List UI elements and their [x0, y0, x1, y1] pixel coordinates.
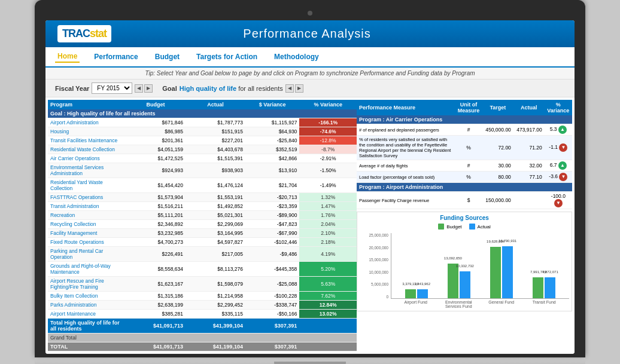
x-label: Airport Fund: [397, 300, 435, 308]
perf-measure: Passenger Facility Charge revenue: [357, 192, 455, 209]
status-up-icon: ▲: [558, 161, 567, 170]
status-down-icon: ▼: [554, 199, 563, 207]
variance-pct: 5.20%: [299, 262, 357, 277]
variance-pct: 1.32%: [299, 193, 357, 202]
nav-budget[interactable]: Budget: [153, 51, 182, 62]
program-name[interactable]: Airport Administration: [48, 118, 126, 127]
logo-stat-text: stat: [90, 27, 107, 39]
program-name[interactable]: Airport Rescue and Fire Fighting/Fire Tr…: [48, 277, 126, 292]
variance-pct: 13.02%: [299, 310, 357, 319]
fiscal-year-next[interactable]: ▶: [144, 84, 153, 93]
fiscal-year-select[interactable]: FY 2015: [92, 82, 132, 94]
variance-pct: 4.19%: [299, 247, 357, 262]
variance-pct: -1.49%: [299, 178, 357, 193]
nav-performance[interactable]: Performance: [92, 51, 140, 62]
perf-col-variance: % Variance: [545, 100, 572, 115]
table-row: FASTTRAC Operations $1,573,904 $1,553,19…: [48, 193, 357, 202]
fiscal-year-prev[interactable]: ◀: [135, 84, 143, 93]
table-row: Fixed Route Operations $4,700,273 $4,597…: [48, 238, 357, 247]
budget-swatch: [438, 224, 444, 230]
actual-bar-label: 7,872,071: [542, 270, 558, 274]
table-row: Transit Facilities Maintenance $201,361 …: [48, 136, 357, 145]
perf-row: % of residents very satisfied or satisfi…: [357, 136, 572, 160]
perf-actual: [513, 192, 545, 209]
program-name[interactable]: Bulky Item Collection: [48, 292, 126, 301]
legend-budget-label: Budget: [446, 224, 461, 230]
right-panel: Performance Measure Unit of Measure Targ…: [357, 100, 572, 351]
program-name[interactable]: Transit Administration: [48, 202, 126, 211]
budget-value: $3,232,985: [126, 229, 186, 238]
grand-total-label-cell: Grand Total: [48, 334, 357, 342]
laptop-hinge: [274, 362, 346, 364]
actual-swatch: [469, 224, 475, 230]
goal-label: Goal: [162, 85, 177, 92]
app-title: Performance Analysis: [243, 27, 370, 41]
goal-next[interactable]: ▶: [295, 84, 303, 93]
budget-value: $1,516,211: [126, 202, 186, 211]
program-name[interactable]: Parking and Rental Car Operation: [48, 247, 126, 262]
perf-row: Passenger Facility Charge revenue $ 150,…: [357, 192, 572, 209]
chart-group: 19,628,004 19,790,931: [483, 233, 521, 298]
program-name[interactable]: FASTTRAC Operations: [48, 193, 126, 202]
actual-value: $1,492,852: [186, 202, 245, 211]
budget-value: $1,454,420: [126, 178, 186, 193]
x-label: Transit Fund: [525, 300, 564, 308]
actual-value: $151,915: [186, 127, 245, 136]
budget-value: $226,491: [126, 247, 186, 262]
program-name[interactable]: Residential Yard Waste Collection: [48, 178, 126, 193]
program-name[interactable]: Parks Administration: [48, 301, 126, 310]
nav-home[interactable]: Home: [55, 51, 80, 63]
budget-value: $671,846: [126, 118, 186, 127]
program-name[interactable]: Air Carrier Operations: [48, 154, 126, 163]
actual-bar: 10,332,732: [460, 271, 470, 298]
variance-dollar: -$102,446: [245, 238, 299, 247]
actual-value: $2,299,452: [186, 301, 245, 310]
gt-variance: $307,391: [245, 342, 299, 351]
table-row: Airport Administration $671,846 $1,787,7…: [48, 118, 357, 127]
program-name[interactable]: Fixed Route Operations: [48, 238, 126, 247]
total-budget: $41,091,713: [126, 319, 186, 334]
program-name[interactable]: Residential Waste Collection: [48, 145, 126, 154]
variance-pct: -8.7%: [299, 145, 357, 154]
tip-bar: Tip: Select Year and Goal below to page …: [45, 68, 575, 79]
variance-dollar: -$47,823: [245, 220, 299, 229]
perf-col-target: Target: [482, 100, 513, 115]
program-name[interactable]: Environmental Services Administration: [48, 163, 126, 178]
actual-bar: 3,443,962: [417, 289, 428, 298]
program-name[interactable]: Housing: [48, 127, 126, 136]
actual-value: $335,115: [186, 310, 245, 319]
nav-targets[interactable]: Targets for Action: [194, 51, 260, 62]
program-name[interactable]: Transit Facilities Maintenance: [48, 136, 126, 145]
budget-bar: 13,092,650: [448, 264, 458, 298]
variance-dollar: -$20,713: [245, 193, 299, 202]
actual-bar-label: 10,332,732: [456, 264, 474, 268]
chart-body: 25,000,000 20,000,000 15,000,000 10,000,…: [360, 233, 569, 308]
status-down-icon: ▼: [559, 173, 567, 181]
laptop-base: [35, 357, 585, 364]
perf-unit: #: [455, 124, 482, 136]
x-labels: Airport FundEnvironmental Services FundG…: [391, 299, 569, 308]
table-row: Parks Administration $2,638,199 $2,299,4…: [48, 301, 357, 310]
perf-col-unit: Unit of Measure: [455, 100, 482, 115]
program-name[interactable]: Facility Management: [48, 229, 126, 238]
x-label: Environmental Services Fund: [440, 300, 478, 308]
program-name[interactable]: Recycling Collection: [48, 220, 126, 229]
budget-value: $4,700,273: [126, 238, 186, 247]
fiscal-year-arrows: ◀ ▶: [135, 84, 153, 93]
variance-pct: 2.10%: [299, 229, 357, 238]
nav-methodology[interactable]: Methodology: [272, 51, 321, 62]
program-name[interactable]: Grounds and Right-of-Way Maintenance: [48, 262, 126, 277]
variance-dollar: $1,115,927: [245, 118, 299, 127]
program-name[interactable]: Recreation: [48, 211, 126, 220]
table-row: Housing $86,985 $151,915 $64,930 -74.6%: [48, 127, 357, 136]
grand-total-row: TOTAL $41,091,713 $41,199,104 $307,391: [48, 342, 357, 351]
budget-value: $1,573,904: [126, 193, 186, 202]
perf-variance: -1.1 ▼: [545, 136, 572, 160]
program-name[interactable]: Airport Maintenance: [48, 310, 126, 319]
goal-prev[interactable]: ◀: [285, 84, 294, 93]
chart-group: 7,991,749 7,872,071: [525, 233, 563, 298]
actual-value: $217,005: [186, 247, 245, 262]
budget-value: $924,993: [126, 163, 186, 178]
variance-dollar: -$25,840: [245, 136, 299, 145]
actual-value: $1,787,773: [186, 118, 245, 127]
